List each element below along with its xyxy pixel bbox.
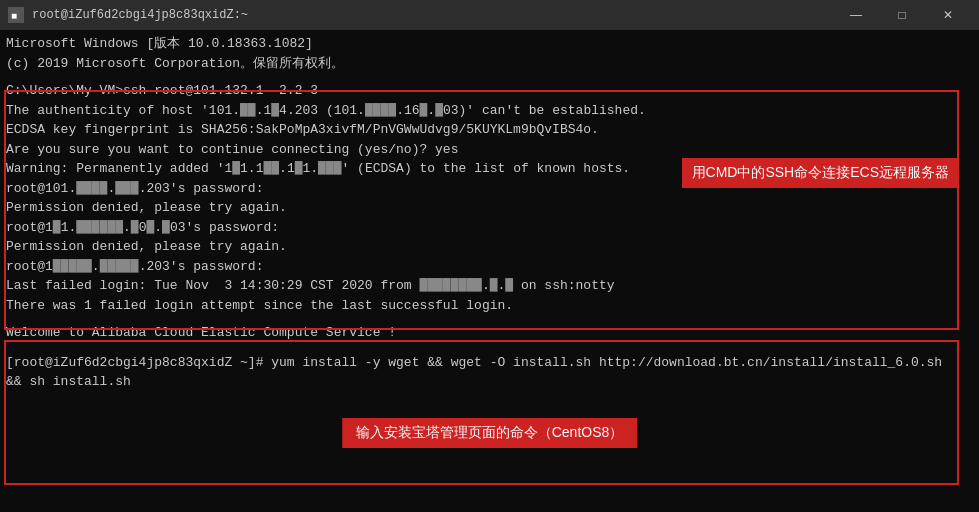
command-line-2: && sh install.sh	[6, 372, 973, 392]
svg-text:■: ■	[11, 11, 17, 22]
title-bar-left: ■ root@iZuf6d2cbgi4jp8c83qxidZ:~	[8, 7, 248, 23]
annotation-command: 输入安装宝塔管理页面的命令（CentOS8）	[342, 418, 638, 448]
line-auth: The authenticity of host '101.██.1█4.203…	[6, 101, 973, 121]
line-lastfail: Last failed login: Tue Nov 3 14:30:29 CS…	[6, 276, 973, 296]
minimize-button[interactable]: —	[833, 0, 879, 30]
line-welcome: Welcome to Alibaba Cloud Elastic Compute…	[6, 323, 973, 343]
line-denied1: Permission denied, please try again.	[6, 198, 973, 218]
window-title: root@iZuf6d2cbgi4jp8c83qxidZ:~	[32, 8, 248, 22]
title-bar: ■ root@iZuf6d2cbgi4jp8c83qxidZ:~ — □ ✕	[0, 0, 979, 30]
line-pw3: root@1█████.█████.203's password:	[6, 257, 973, 277]
line-cmd: C:\Users\My VM>ssh root@101.132.1xx2.2x3	[6, 81, 973, 101]
line-pw2: root@1█1.██████.█0█.█03's password:	[6, 218, 973, 238]
line-attempts: There was 1 failed login attempt since t…	[6, 296, 973, 316]
terminal-icon: ■	[8, 7, 24, 23]
line-blank-2	[6, 315, 973, 323]
line-continue: Are you sure you want to continue connec…	[6, 140, 973, 160]
terminal-output: Microsoft Windows [版本 10.0.18363.1082] (…	[6, 34, 973, 343]
line-denied2: Permission denied, please try again.	[6, 237, 973, 257]
annotation-ssh: 用CMD中的SSH命令连接ECS远程服务器	[682, 158, 959, 188]
window-controls: — □ ✕	[833, 0, 971, 30]
line-1: (c) 2019 Microsoft Corporation。保留所有权利。	[6, 54, 973, 74]
maximize-button[interactable]: □	[879, 0, 925, 30]
terminal-body: Microsoft Windows [版本 10.0.18363.1082] (…	[0, 30, 979, 512]
command-section: [root@iZuf6d2cbgi4jp8c83qxidZ ~]# yum in…	[6, 353, 973, 392]
line-blank-1	[6, 73, 973, 81]
terminal-window: ■ root@iZuf6d2cbgi4jp8c83qxidZ:~ — □ ✕ M…	[0, 0, 979, 512]
close-button[interactable]: ✕	[925, 0, 971, 30]
line-ecdsa: ECDSA key fingerprint is SHA256:SakPoMpA…	[6, 120, 973, 140]
line-0: Microsoft Windows [版本 10.0.18363.1082]	[6, 34, 973, 54]
command-line-1: [root@iZuf6d2cbgi4jp8c83qxidZ ~]# yum in…	[6, 353, 973, 373]
